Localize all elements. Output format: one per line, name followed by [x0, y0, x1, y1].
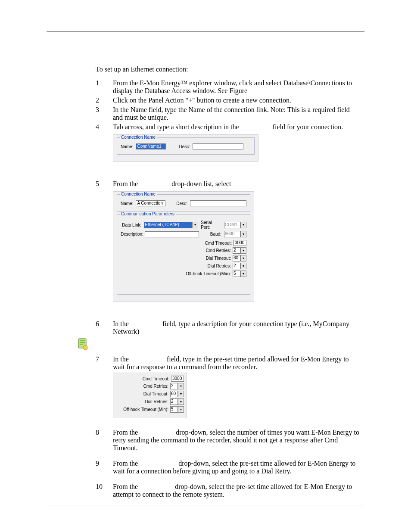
- name-input[interactable]: A Connection: [136, 200, 165, 206]
- legend: Connection Name: [120, 192, 157, 196]
- step-text-a: From the: [113, 460, 138, 467]
- step-body: Tab across, and type a short description…: [113, 123, 361, 131]
- desc-input[interactable]: [190, 200, 246, 206]
- svg-point-1: [83, 345, 87, 350]
- dial-retries-value: 2: [233, 263, 240, 269]
- datalink-label: Data Link:: [121, 223, 141, 227]
- offhook-value: 5: [170, 406, 178, 413]
- step-6: 6 In the field, type a description for y…: [96, 320, 361, 336]
- offhook-value: 5: [233, 271, 240, 277]
- step-3: 3 In the Name field, type the Name of th…: [96, 106, 361, 121]
- dial-timeout-label: Dial Timeout:: [143, 392, 168, 396]
- name-label: Name:: [121, 144, 133, 149]
- step-text-b: field, type a description for your conne…: [113, 320, 349, 335]
- step-number: 9: [96, 460, 113, 475]
- chevron-down-icon[interactable]: ▾: [240, 271, 246, 277]
- legend: Connection Name: [120, 135, 157, 140]
- fieldset-connection-name: Connection Name Name: A Connection Desc:: [117, 194, 250, 212]
- chevron-down-icon[interactable]: ▾: [178, 406, 184, 413]
- step-text-a: From the: [113, 180, 138, 187]
- step-body: From the drop-down, select the pre-set t…: [113, 460, 361, 475]
- dial-retries-select[interactable]: 2 ▾: [170, 398, 184, 405]
- cmd-retries-value: 2: [233, 247, 240, 254]
- dial-timeout-select[interactable]: 60 ▾: [233, 255, 246, 261]
- step-body: From the drop-down list, select: [113, 180, 361, 188]
- desc-label: Desc:: [176, 201, 187, 206]
- description-input[interactable]: [145, 231, 199, 237]
- intro-text: To set up an Ethernet connection:: [96, 65, 361, 73]
- dial-retries-select[interactable]: 2 ▾: [233, 263, 246, 269]
- step-9: 9 From the drop-down, select the pre-set…: [96, 460, 361, 475]
- cmd-timeout-label: Cmd Timeout:: [143, 376, 169, 381]
- datalink-select[interactable]: Ethernet (TCP/IP) ▾: [144, 222, 198, 228]
- step-5: 5 From the drop-down list, select: [96, 180, 361, 188]
- serialport-label: Serial Port:: [201, 220, 221, 230]
- dial-retries-label: Dial Retries:: [145, 399, 168, 404]
- note-icon: [77, 337, 89, 352]
- baud-label: Baud:: [210, 232, 221, 236]
- serialport-select[interactable]: COM1 ▾: [224, 222, 246, 228]
- step-number: 4: [96, 123, 113, 131]
- dial-timeout-select[interactable]: 60 ▾: [170, 391, 184, 397]
- chevron-down-icon[interactable]: ▾: [178, 391, 184, 397]
- chevron-down-icon[interactable]: ▾: [178, 383, 184, 389]
- dial-retries-label: Dial Retries:: [208, 264, 231, 268]
- desc-input[interactable]: [193, 143, 243, 149]
- step-number: 10: [96, 483, 113, 498]
- dial-timeout-value: 60: [170, 391, 178, 397]
- cmd-retries-select[interactable]: 2 ▾: [233, 247, 246, 254]
- step-text-a: In the: [113, 320, 129, 327]
- step-body: In the Name field, type the Name of the …: [113, 106, 361, 121]
- figure-timeouts: Cmd Timeout: 3000 Cmd Retries: 2 ▾ Dial …: [113, 373, 187, 418]
- step-body: From the drop-down, select the pre-set t…: [113, 483, 361, 498]
- cmd-retries-label: Cmd Retries:: [143, 384, 168, 389]
- footer-rule: [47, 505, 364, 505]
- offhook-select[interactable]: 5 ▾: [233, 271, 246, 277]
- chevron-down-icon[interactable]: ▾: [240, 231, 246, 237]
- baud-select[interactable]: 9600 ▾: [224, 231, 246, 237]
- step-text-b: field for your connection.: [273, 123, 343, 131]
- step-body: Click on the Panel Action "+" button to …: [113, 96, 361, 104]
- step-number: 1: [96, 79, 113, 95]
- chevron-down-icon[interactable]: ▾: [192, 222, 198, 228]
- step-text-b: drop-down list, select: [171, 180, 231, 187]
- step-text-a: From the: [113, 483, 138, 490]
- header-rule: [47, 31, 364, 31]
- dial-timeout-value: 60: [233, 255, 240, 261]
- step-text-a: Tab across, and type a short description…: [113, 123, 239, 131]
- step-text-b: drop-down, select the pre-set time allow…: [113, 483, 352, 498]
- step-7: 7 In the field, type in the pre-set time…: [96, 355, 361, 371]
- chevron-down-icon[interactable]: ▾: [240, 263, 246, 269]
- step-number: 8: [96, 429, 113, 452]
- step-1: 1 From the E-Mon Energy™ explorer window…: [96, 79, 361, 95]
- step-8: 8 From the drop-down, select the number …: [96, 429, 361, 452]
- step-text-b: drop-down, select the pre-set time allow…: [113, 460, 355, 475]
- description-label: Description:: [121, 232, 142, 236]
- chevron-down-icon[interactable]: ▾: [240, 247, 246, 254]
- cmd-timeout-input[interactable]: 3000: [171, 376, 184, 382]
- fieldset-connection-name: Connection Name Name: ConnName1 Desc:: [117, 137, 255, 155]
- step-body: From the drop-down, select the number of…: [113, 429, 361, 452]
- step-2: 2 Click on the Panel Action "+" button t…: [96, 96, 361, 104]
- name-input[interactable]: ConnName1: [136, 143, 166, 149]
- cmd-timeout-input[interactable]: 3000: [234, 240, 246, 246]
- step-10: 10 From the drop-down, select the pre-se…: [96, 483, 361, 498]
- step-body: From the E-Mon Energy™ explorer window, …: [113, 79, 361, 95]
- cmd-timeout-label: Cmd Timeout:: [205, 241, 232, 246]
- offhook-select[interactable]: 5 ▾: [170, 406, 184, 413]
- step-4: 4 Tab across, and type a short descripti…: [96, 123, 361, 131]
- chevron-down-icon[interactable]: ▾: [240, 222, 246, 228]
- step-text-a: In the: [113, 355, 129, 363]
- step-text-b: field, type in the pre-set time period a…: [113, 355, 349, 370]
- chevron-down-icon[interactable]: ▾: [178, 398, 184, 405]
- offhook-label: Off-hook Timeout (Min):: [186, 271, 231, 276]
- step-body: In the field, type in the pre-set time p…: [113, 355, 361, 371]
- chevron-down-icon[interactable]: ▾: [240, 255, 246, 261]
- name-label: Name:: [121, 201, 133, 206]
- step-text-b: drop-down, select the number of times yo…: [113, 429, 359, 451]
- cmd-retries-select[interactable]: 2 ▾: [170, 383, 184, 389]
- cmd-retries-label: Cmd Retries:: [206, 248, 231, 253]
- baud-value: 9600: [224, 231, 240, 237]
- dial-retries-value: 2: [170, 398, 178, 405]
- step-number: 3: [96, 106, 113, 121]
